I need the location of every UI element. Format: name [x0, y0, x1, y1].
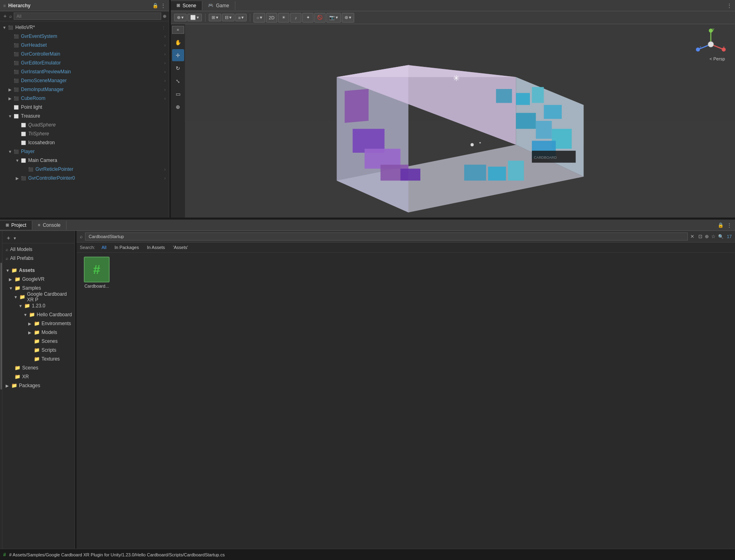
tree-item-mainCamera[interactable]: ▼ ⬜ Main Camera: [0, 156, 169, 165]
more-icon[interactable]: ⋮: [727, 222, 732, 228]
layout-icon: ⊟: [225, 15, 228, 20]
sidebar-xr[interactable]: 📁 XR: [2, 372, 75, 381]
tab-project[interactable]: ⊞ Project: [0, 221, 32, 230]
tree-arrow-helloVR: ▼: [2, 25, 7, 30]
hierarchy-lock-icon[interactable]: 🔒: [152, 3, 158, 8]
sidebar-all-models[interactable]: ⌕ All Models: [2, 245, 75, 254]
toolbar-hidden-btn[interactable]: 🚫: [314, 13, 326, 23]
tree-item-treasure[interactable]: ▼ ⬜ Treasure: [0, 112, 169, 120]
toolbar-fx-btn[interactable]: ✦: [302, 13, 314, 23]
filter-in-assets[interactable]: In Assets: [145, 244, 167, 251]
globe-icon: ○: [256, 15, 259, 20]
sidebar-all-prefabs[interactable]: ⌕ All Prefabs: [2, 254, 75, 263]
gizmo-icon: ⊕: [177, 15, 181, 20]
toolbar-audio-btn[interactable]: ♪: [290, 13, 301, 23]
tab-scene[interactable]: ⊞ Scene: [171, 1, 202, 10]
tree-menu-helloVR[interactable]: ⋮: [162, 25, 166, 30]
sidebar-models[interactable]: ▶ 📁 Models: [2, 328, 75, 337]
sidebar-label-assets: Assets: [19, 268, 35, 273]
fx-icon: ✦: [306, 15, 310, 20]
toolbar-globe-dropdown[interactable]: ○ ▾: [253, 13, 265, 23]
tree-item-gvrControllerPointer0[interactable]: ▶ ⬛ GvrControllerPointer0 ›: [0, 174, 169, 183]
folder-icon-scenes: 📁: [34, 338, 40, 344]
svg-rect-18: [536, 121, 552, 139]
tree-item-cubeRoom[interactable]: ▶ ⬛ CubeRoom ›: [0, 94, 169, 103]
toolbar-light-btn[interactable]: ☀: [278, 13, 289, 23]
tree-chevron-gvrControllerPointer0: ›: [164, 176, 166, 180]
tree-item-gvrEventSystem[interactable]: ⬛ GvrEventSystem ›: [0, 32, 169, 41]
tree-item-demoSceneManager[interactable]: ⬛ DemoSceneManager ›: [0, 76, 169, 85]
sidebar-scenes[interactable]: 📁 Scenes: [2, 337, 75, 346]
project-search-input[interactable]: [85, 232, 688, 241]
scene-3d-view[interactable]: ✳ CARDBOARD: [185, 24, 735, 218]
filter-assets-quoted[interactable]: 'Assets': [171, 244, 189, 251]
tree-arrow-mainCamera: ▼: [15, 158, 20, 163]
toolbar-2d-btn[interactable]: 2D: [266, 13, 277, 23]
tree-item-demoInputManager[interactable]: ▶ ⬛ DemoInputManager ›: [0, 85, 169, 94]
scene-tabs-more[interactable]: ⋮: [727, 3, 732, 8]
sidebar-assets[interactable]: ▼ 📁 Assets: [2, 266, 75, 275]
tree-item-icosahedron[interactable]: ⬜ Icosahedron: [0, 138, 169, 147]
dropdown-btn[interactable]: ▾: [14, 236, 16, 241]
asset-cardboardStartup[interactable]: # Cardboard...: [81, 257, 113, 288]
gizmo2-icon: ⊛: [345, 15, 348, 20]
sidebar-environments[interactable]: ▶ 📁 Environments: [2, 319, 75, 328]
tree-item-gvrHeadset[interactable]: ⬛ GvrHeadset ›: [0, 41, 169, 50]
tool-rect[interactable]: ▭: [172, 88, 184, 100]
toolbar-gizmo2-dropdown[interactable]: ⊛ ▾: [342, 13, 354, 23]
tool-scale[interactable]: ⤡: [172, 75, 184, 87]
toolbar-gizmo-dropdown[interactable]: ⊕ ▾: [174, 14, 187, 21]
hierarchy-search-input[interactable]: [14, 12, 161, 20]
sidebar-textures[interactable]: 📁 Textures: [2, 355, 75, 363]
tree-item-pointLight[interactable]: ⬜ Point light: [0, 103, 169, 112]
toolbar-render-dropdown[interactable]: ≡ ▾: [235, 14, 247, 21]
search-clear-btn[interactable]: ✕: [690, 234, 694, 239]
tree-item-helloVR[interactable]: ▼ ⬛ HelloVR* ⋮: [0, 23, 169, 32]
sidebar-version[interactable]: ▼ 📁 1.23.0: [2, 301, 75, 310]
hierarchy-more-icon[interactable]: ⋮: [161, 3, 166, 8]
tree-item-triSphere[interactable]: ⬜ TriSphere: [0, 129, 169, 138]
sidebar-googleVR[interactable]: ▶ 📁 GoogleVR: [2, 275, 75, 284]
search-filter-btn2[interactable]: ⊕: [705, 234, 709, 239]
folder-icon-gcxr: 📁: [19, 294, 25, 300]
tree-chevron-gvrReticlePointer: ›: [164, 167, 166, 172]
tree-item-gvrInstantPreviewMain[interactable]: ⬛ GvrInstantPreviewMain ›: [0, 67, 169, 76]
tool-transform[interactable]: ⊕: [172, 101, 184, 113]
tree-item-gvrReticlePointer[interactable]: ⬛ GvrReticlePointer ›: [0, 165, 169, 174]
sidebar-helloCardboard[interactable]: ▼ 📁 Hello Cardboard: [2, 310, 75, 319]
scale-icon: ⤡: [176, 78, 180, 84]
filter-in-packages[interactable]: In Packages: [113, 244, 141, 251]
add-btn[interactable]: ＋: [6, 234, 11, 242]
search-star-btn[interactable]: ☆: [711, 234, 716, 239]
toolbar-camera-dropdown[interactable]: 📷 ▾: [326, 13, 341, 23]
toolbar-grid-dropdown[interactable]: ⊞ ▾: [209, 14, 221, 21]
tool-move[interactable]: ✛: [172, 49, 184, 61]
tool-hand[interactable]: ✋: [172, 36, 184, 48]
sidebar-packages[interactable]: ▶ 📁 Packages: [2, 381, 75, 390]
add-icon[interactable]: ＋: [2, 12, 8, 20]
tab-game[interactable]: 🎮 Game: [202, 1, 235, 10]
toolbar-object-dropdown[interactable]: ⬜ ▾: [187, 14, 202, 21]
toolbar-hamburger[interactable]: ≡: [172, 26, 184, 34]
sidebar-scenes-top[interactable]: 📁 Scenes: [2, 363, 75, 372]
search-window-btn[interactable]: ⊡: [698, 234, 702, 239]
tab-console[interactable]: ≡ Console: [32, 221, 66, 230]
tool-rotate[interactable]: ↻: [172, 62, 184, 74]
tree-item-player[interactable]: ▼ ⬛ Player: [0, 147, 169, 156]
toolbar-layout-dropdown[interactable]: ⊟ ▾: [222, 14, 235, 21]
tree-item-gvrControllerMain[interactable]: ⬛ GvrControllerMain ›: [0, 50, 169, 58]
sidebar-scripts[interactable]: 📁 Scripts: [2, 346, 75, 355]
svg-rect-22: [488, 167, 506, 181]
tree-item-quadSphere[interactable]: ⬜ QuadSphere: [0, 120, 169, 129]
scene-viewport[interactable]: ≡ ✋ ✛ ↻ ⤡ ▭ ⊕: [171, 24, 735, 218]
hierarchy-add-icon2[interactable]: ⊕: [163, 14, 166, 19]
tree-item-gvrEditorEmulator[interactable]: ⬛ GvrEditorEmulator ›: [0, 58, 169, 67]
scene-toolbar: ⊕ ▾ ⬜ ▾ ⊞ ▾ ⊟: [171, 11, 735, 24]
tree-icon-gvrEventSystem: ⬛: [13, 33, 19, 39]
gizmo2-chevron: ▾: [349, 15, 351, 20]
scene-tab-label: Scene: [183, 3, 196, 8]
sidebar-googleCardboardXR[interactable]: ▼ 📁 Google Cardboard XR P: [2, 292, 75, 301]
lock-icon[interactable]: 🔒: [718, 222, 724, 228]
tree-icon-mainCamera: ⬜: [20, 157, 27, 164]
filter-all[interactable]: All: [100, 244, 108, 251]
